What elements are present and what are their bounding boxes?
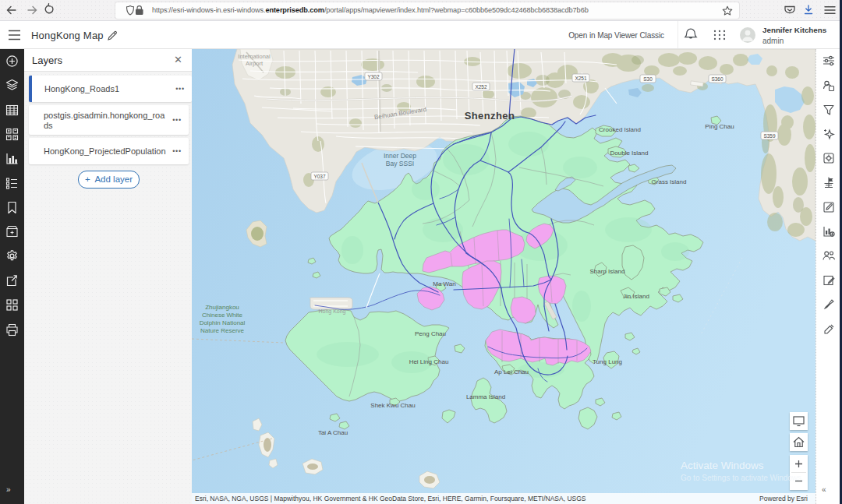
svg-text:Jin Island: Jin Island [623,293,649,300]
svg-text:Nature Reserve: Nature Reserve [200,327,245,334]
svg-text:Shenzhen: Shenzhen [465,110,515,122]
svg-text:Hei Ling Chau: Hei Ling Chau [409,358,449,365]
svg-text:Lamma Island: Lamma Island [466,393,505,400]
svg-text:Hong Kong: Hong Kong [318,308,345,315]
svg-text:Airport: Airport [246,60,264,67]
svg-text:Tai A Chau: Tai A Chau [318,429,348,436]
svg-text:Grass Island: Grass Island [652,178,687,185]
svg-text:Y037: Y037 [313,174,326,179]
svg-text:X251: X251 [575,76,587,81]
svg-text:Ma Wan: Ma Wan [433,280,456,287]
svg-text:S30: S30 [643,76,653,82]
svg-text:Y302: Y302 [367,74,380,79]
svg-text:Sharp Island: Sharp Island [590,268,625,275]
svg-text:X252: X252 [475,84,487,90]
svg-text:Ap Lei Chau: Ap Lei Chau [494,368,529,375]
svg-text:S359: S359 [763,133,776,139]
svg-text:Chinese White: Chinese White [202,312,243,319]
svg-text:S360: S360 [711,76,723,82]
svg-text:Shek Kwu Chau: Shek Kwu Chau [370,402,415,409]
svg-text:Peng Chau: Peng Chau [415,330,446,337]
svg-text:Dolphin National: Dolphin National [200,319,246,326]
svg-text:Bay SSSI: Bay SSSI [386,160,414,167]
svg-text:Double Island: Double Island [610,150,649,157]
svg-text:International: International [238,53,271,60]
svg-text:Ping Chau: Ping Chau [705,123,734,130]
svg-text:Zhujiangkou: Zhujiangkou [205,304,239,311]
svg-text:Tung Lung: Tung Lung [593,358,622,365]
svg-text:Inner Deep: Inner Deep [384,152,416,160]
svg-text:Crooked Island: Crooked Island [599,126,641,133]
